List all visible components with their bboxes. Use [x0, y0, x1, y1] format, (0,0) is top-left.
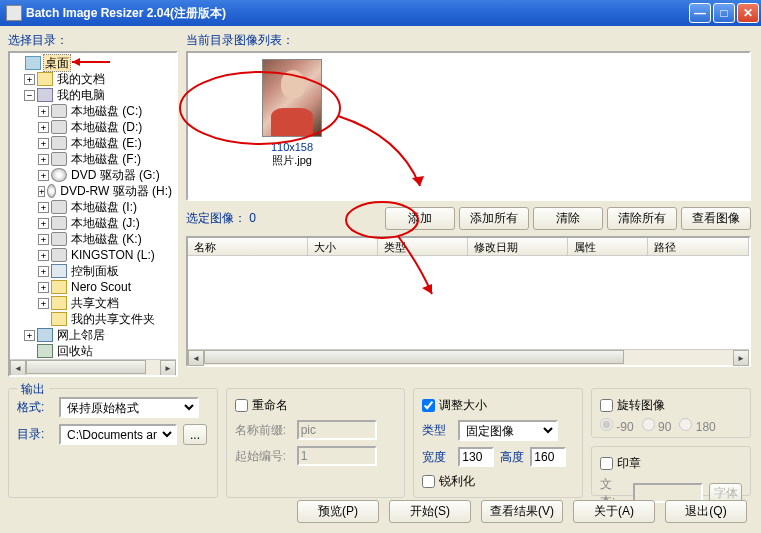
expander-icon[interactable]: + [38, 298, 49, 309]
col-mod[interactable]: 修改日期 [468, 238, 568, 255]
about-button[interactable]: 关于(A) [573, 500, 655, 523]
cd-icon [47, 184, 56, 198]
tree-item-dvdrw[interactable]: +DVD-RW 驱动器 (H:) [12, 183, 174, 199]
titlebar: Batch Image Resizer 2.04(注册版本) — □ ✕ [0, 0, 761, 26]
directory-tree[interactable]: 桌面 +我的文档 −我的电脑 +本地磁盘 (C:) +本地磁盘 (D:) +本地… [8, 51, 178, 377]
dir-select[interactable]: C:\Documents and S [59, 424, 177, 445]
expander-icon[interactable]: + [38, 138, 49, 149]
scroll-right-icon[interactable]: ► [733, 350, 749, 366]
tree-item-nero[interactable]: +Nero Scout [12, 279, 174, 295]
rename-label: 重命名 [252, 397, 288, 414]
expander-icon[interactable]: − [24, 90, 35, 101]
tree-item-recycle[interactable]: 回收站 [12, 343, 174, 359]
scroll-left-icon[interactable]: ◄ [188, 350, 204, 366]
expander-icon[interactable]: + [38, 202, 49, 213]
expander-icon[interactable]: + [38, 154, 49, 165]
tree-item-cp[interactable]: +控制面板 [12, 263, 174, 279]
tree-item-drive[interactable]: +本地磁盘 (E:) [12, 135, 174, 151]
sharpen-checkbox[interactable] [422, 475, 435, 488]
height-input[interactable] [530, 447, 566, 467]
maximize-button[interactable]: □ [713, 3, 735, 23]
folder-icon [51, 280, 67, 294]
rot-neg90: -90 [600, 418, 634, 434]
tree-hscrollbar[interactable]: ◄ ► [10, 359, 176, 375]
results-button[interactable]: 查看结果(V) [481, 500, 563, 523]
expander-icon[interactable]: + [38, 170, 49, 181]
expander-icon[interactable]: + [38, 282, 49, 293]
width-input[interactable] [458, 447, 494, 467]
col-size[interactable]: 大小 [308, 238, 378, 255]
clear-all-button[interactable]: 清除所有 [607, 207, 677, 230]
startnum-label: 起始编号: [235, 448, 291, 465]
col-path[interactable]: 路径 [648, 238, 749, 255]
tree-item-drive[interactable]: +本地磁盘 (I:) [12, 199, 174, 215]
resize-type-select[interactable]: 固定图像 [458, 420, 558, 441]
add-all-button[interactable]: 添加所有 [459, 207, 529, 230]
tree-item-drive[interactable]: +本地磁盘 (K:) [12, 231, 174, 247]
rotate-checkbox[interactable] [600, 399, 613, 412]
resize-label: 调整大小 [439, 397, 487, 414]
scroll-left-icon[interactable]: ◄ [10, 360, 26, 376]
tree-item-mycomputer[interactable]: −我的电脑 [12, 87, 174, 103]
sharpen-label: 锐利化 [439, 473, 475, 490]
col-name[interactable]: 名称 [188, 238, 308, 255]
window-title: Batch Image Resizer 2.04(注册版本) [26, 5, 226, 22]
scroll-right-icon[interactable]: ► [160, 360, 176, 376]
stamp-label: 印章 [617, 455, 641, 472]
list-hscrollbar[interactable]: ◄ ► [188, 349, 749, 365]
expander-icon[interactable]: + [24, 330, 35, 341]
output-group-title: 输出 [17, 381, 49, 398]
scroll-thumb[interactable] [26, 360, 146, 374]
tree-item-shared[interactable]: +共享文档 [12, 295, 174, 311]
stamp-checkbox[interactable] [600, 457, 613, 470]
type-label: 类型 [422, 422, 452, 439]
tree-item-drive[interactable]: +本地磁盘 (F:) [12, 151, 174, 167]
dir-label: 目录: [17, 426, 53, 443]
clear-button[interactable]: 清除 [533, 207, 603, 230]
expander-icon[interactable]: + [38, 266, 49, 277]
selected-list[interactable]: 名称 大小 类型 修改日期 属性 路径 ◄ ► [186, 236, 751, 367]
expander-icon[interactable]: + [38, 250, 49, 261]
tree-item-desktop[interactable]: 桌面 [12, 55, 174, 71]
preview-button[interactable]: 预览(P) [297, 500, 379, 523]
expander-icon[interactable]: + [38, 218, 49, 229]
start-button[interactable]: 开始(S) [389, 500, 471, 523]
thumbnail-area[interactable]: 110x158 照片.jpg [186, 51, 751, 201]
resize-checkbox[interactable] [422, 399, 435, 412]
rot-neg90-radio [600, 418, 613, 431]
folder-icon [51, 296, 67, 310]
view-image-button[interactable]: 查看图像 [681, 207, 751, 230]
tree-item-myshared[interactable]: 我的共享文件夹 [12, 311, 174, 327]
tree-item-dvd[interactable]: +DVD 驱动器 (G:) [12, 167, 174, 183]
rot-180: 180 [679, 418, 715, 434]
tree-item-netplaces[interactable]: +网上邻居 [12, 327, 174, 343]
tree-item-drive[interactable]: +本地磁盘 (J:) [12, 215, 174, 231]
format-select[interactable]: 保持原始格式 [59, 397, 199, 418]
rot-180-radio [679, 418, 692, 431]
tree-item-drive[interactable]: +本地磁盘 (D:) [12, 119, 174, 135]
tree-item-kingston[interactable]: +KINGSTON (L:) [12, 247, 174, 263]
add-button[interactable]: 添加 [385, 207, 455, 230]
current-list-label: 当前目录图像列表： [186, 32, 751, 49]
rename-checkbox[interactable] [235, 399, 248, 412]
col-type[interactable]: 类型 [378, 238, 468, 255]
tree-item-mydocs[interactable]: +我的文档 [12, 71, 174, 87]
browse-button[interactable]: ... [183, 424, 207, 445]
app-icon [6, 5, 22, 21]
scroll-thumb[interactable] [204, 350, 624, 364]
exit-button[interactable]: 退出(Q) [665, 500, 747, 523]
tree-item-drive[interactable]: +本地磁盘 (C:) [12, 103, 174, 119]
selected-images-label: 选定图像： 0 [186, 210, 256, 227]
col-attr[interactable]: 属性 [568, 238, 648, 255]
drive-icon [51, 136, 67, 150]
minimize-button[interactable]: — [689, 3, 711, 23]
list-header: 名称 大小 类型 修改日期 属性 路径 [188, 238, 749, 256]
recycle-bin-icon [37, 344, 53, 358]
thumbnail-item[interactable]: 110x158 照片.jpg [242, 59, 342, 168]
expander-icon[interactable]: + [38, 122, 49, 133]
expander-icon[interactable]: + [24, 74, 35, 85]
close-button[interactable]: ✕ [737, 3, 759, 23]
expander-icon[interactable]: + [38, 186, 45, 197]
expander-icon[interactable]: + [38, 234, 49, 245]
expander-icon[interactable]: + [38, 106, 49, 117]
